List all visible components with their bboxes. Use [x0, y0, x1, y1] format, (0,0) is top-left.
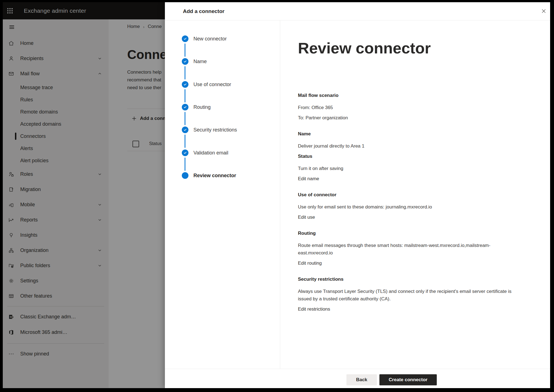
- screen: Exchange admin center Home Recipients Ma…: [3, 2, 550, 388]
- section-text: To: Partner organization: [298, 114, 513, 122]
- section-text: Route email messages through these smart…: [298, 242, 513, 257]
- edit-routing-link[interactable]: Edit routing: [298, 259, 513, 267]
- section-text: Always use Transport Layer Security (TLS…: [298, 288, 513, 303]
- step-check-icon: [182, 58, 188, 65]
- step-connector-line: [185, 112, 185, 125]
- step-routing[interactable]: Routing: [165, 104, 280, 110]
- dialog-header: Add a connector: [165, 2, 550, 20]
- dialog-title: Add a connector: [183, 2, 224, 20]
- section-security-restrictions: Security restrictions Always use Transpo…: [298, 275, 513, 313]
- section-heading: Use of connector: [298, 191, 513, 198]
- review-heading: Review connector: [298, 40, 517, 57]
- section-text: Turn it on after saving: [298, 165, 513, 172]
- step-connector-line: [185, 43, 185, 57]
- section-routing: Routing Route email messages through the…: [298, 229, 513, 267]
- back-button[interactable]: Back: [346, 374, 377, 385]
- close-icon[interactable]: [538, 5, 550, 17]
- section-name: Name Deliver journal directly to Area 1 …: [298, 130, 513, 182]
- edit-name-link[interactable]: Edit name: [298, 175, 513, 182]
- section-heading: Mail flow scenario: [298, 92, 513, 99]
- section-mail-flow-scenario: Mail flow scenario From: Office 365 To: …: [298, 92, 513, 122]
- step-new-connector[interactable]: New connector: [165, 35, 280, 42]
- section-heading: Security restrictions: [298, 275, 513, 283]
- step-validation-email[interactable]: Validation email: [165, 149, 280, 156]
- step-connector-line: [185, 158, 185, 171]
- step-check-icon: [182, 149, 188, 156]
- step-check-icon: [182, 81, 188, 88]
- step-security-restrictions[interactable]: Security restrictions: [165, 127, 280, 133]
- edit-use-link[interactable]: Edit use: [298, 213, 513, 221]
- step-connector-line: [185, 89, 185, 102]
- section-heading: Name: [298, 130, 513, 138]
- section-text: From: Office 365: [298, 104, 513, 111]
- dialog-footer: Back Create connector: [165, 369, 550, 388]
- step-check-icon: [182, 35, 188, 42]
- step-check-icon: [182, 104, 188, 110]
- section-text: Use only for email sent to these domains…: [298, 203, 513, 211]
- section-text: Deliver journal directly to Area 1: [298, 142, 513, 150]
- step-name[interactable]: Name: [165, 58, 280, 65]
- create-connector-button[interactable]: Create connector: [379, 374, 437, 385]
- step-check-icon: [182, 127, 188, 133]
- dialog-body: New connector Name Use of connector Rout…: [165, 20, 550, 369]
- section-heading: Routing: [298, 229, 513, 237]
- edit-restrictions-link[interactable]: Edit restrictions: [298, 305, 513, 313]
- review-panel: Review connector Mail flow scenario From…: [280, 20, 550, 369]
- section-subheading: Status: [298, 153, 513, 160]
- step-connector-line: [185, 66, 185, 79]
- add-connector-dialog: Add a connector New connector: [165, 2, 550, 388]
- wizard-stepper: New connector Name Use of connector Rout…: [165, 20, 280, 369]
- step-connector-line: [185, 135, 185, 148]
- step-review-connector[interactable]: Review connector: [165, 172, 280, 179]
- step-active-dot: [182, 172, 188, 179]
- step-use-of-connector[interactable]: Use of connector: [165, 81, 280, 88]
- section-use-of-connector: Use of connector Use only for email sent…: [298, 191, 513, 221]
- review-sections: Mail flow scenario From: Office 365 To: …: [298, 92, 517, 313]
